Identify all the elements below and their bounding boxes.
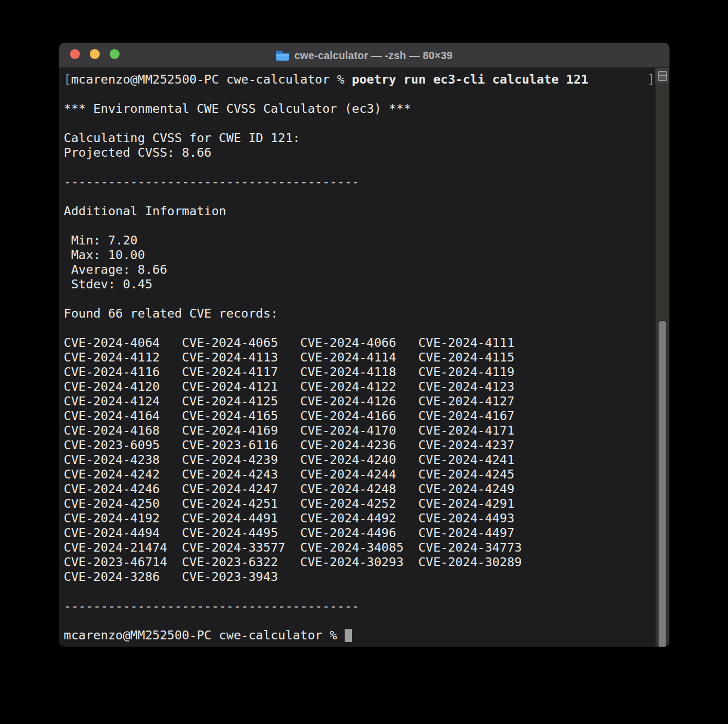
terminal-window: cwe-calculator — -zsh — 80×39 [mcarenzo@… (59, 43, 670, 647)
cve-row: CVE-2024-4242 CVE-2024-4243 CVE-2024-424… (64, 467, 656, 482)
blank-line (64, 291, 656, 306)
cve-row: CVE-2024-4494 CVE-2024-4495 CVE-2024-449… (64, 526, 656, 540)
cve-row: CVE-2024-4246 CVE-2024-4247 CVE-2024-424… (64, 482, 656, 496)
stat-line-stdev: Stdev: 0.45 (64, 277, 656, 291)
blank-line (64, 87, 656, 101)
cve-row: CVE-2024-4238 CVE-2024-4239 CVE-2024-424… (64, 452, 656, 467)
command-line: [mcarenzo@MM252500-PC cwe-calculator % p… (64, 72, 656, 87)
blank-line (64, 584, 656, 599)
cve-row: CVE-2024-4064 CVE-2024-4065 CVE-2024-406… (64, 335, 656, 350)
stat-line-average: Average: 8.66 (64, 262, 656, 277)
separator-line: ---------------------------------------- (64, 174, 656, 189)
cve-row: CVE-2024-4192 CVE-2024-4491 CVE-2024-449… (64, 511, 656, 526)
projected-cvss-line: Projected CVSS: 8.66 (64, 145, 656, 160)
terminal-content[interactable]: [mcarenzo@MM252500-PC cwe-calculator % p… (59, 68, 670, 647)
scrollbar-thumb[interactable] (658, 320, 667, 647)
blank-line (64, 321, 656, 335)
prompt-line: mcarenzo@MM252500-PC cwe-calculator % (64, 628, 656, 643)
blank-line (64, 613, 656, 628)
cve-row: CVE-2024-4124 CVE-2024-4125 CVE-2024-412… (64, 394, 656, 408)
calculating-line: Calculating CVSS for CWE ID 121: (64, 131, 656, 145)
window-title: cwe-calculator — -zsh — 80×39 (294, 50, 452, 62)
stat-line-max: Max: 10.00 (64, 248, 656, 262)
split-pane-icon (658, 71, 667, 81)
found-records-line: Found 66 related CVE records: (64, 306, 656, 321)
cve-row: CVE-2024-4168 CVE-2024-4169 CVE-2024-417… (64, 423, 656, 438)
additional-info-header: Additional Information (64, 204, 656, 218)
cve-row: CVE-2024-21474 CVE-2024-33577 CVE-2024-3… (64, 540, 656, 555)
blank-line (64, 116, 656, 131)
blank-line (64, 189, 656, 204)
terminal-cursor[interactable] (345, 629, 352, 642)
cve-row: CVE-2023-46714 CVE-2023-6322 CVE-2024-30… (64, 555, 656, 569)
stat-line-min: Min: 7.20 (64, 233, 656, 248)
cve-row: CVE-2024-4120 CVE-2024-4121 CVE-2024-412… (64, 379, 656, 394)
cve-row: CVE-2024-4112 CVE-2024-4113 CVE-2024-411… (64, 350, 656, 365)
terminal-output: [mcarenzo@MM252500-PC cwe-calculator % p… (64, 72, 656, 643)
banner-line: *** Environmental CWE CVSS Calculator (e… (64, 101, 656, 116)
separator-line: ---------------------------------------- (64, 599, 656, 613)
folder-icon (276, 50, 289, 61)
blank-line (64, 218, 656, 233)
titlebar[interactable]: cwe-calculator — -zsh — 80×39 (59, 43, 670, 68)
cve-row: CVE-2024-4250 CVE-2024-4251 CVE-2024-425… (64, 496, 656, 511)
split-pane-button[interactable] (655, 68, 669, 84)
cve-row: CVE-2024-4164 CVE-2024-4165 CVE-2024-416… (64, 408, 656, 423)
blank-line (64, 160, 656, 174)
cve-row: CVE-2024-4116 CVE-2024-4117 CVE-2024-411… (64, 365, 656, 379)
cve-row: CVE-2024-3286 CVE-2023-3943 (64, 569, 656, 584)
cve-row: CVE-2023-6095 CVE-2023-6116 CVE-2024-423… (64, 438, 656, 452)
scrollbar-track[interactable] (655, 68, 669, 646)
